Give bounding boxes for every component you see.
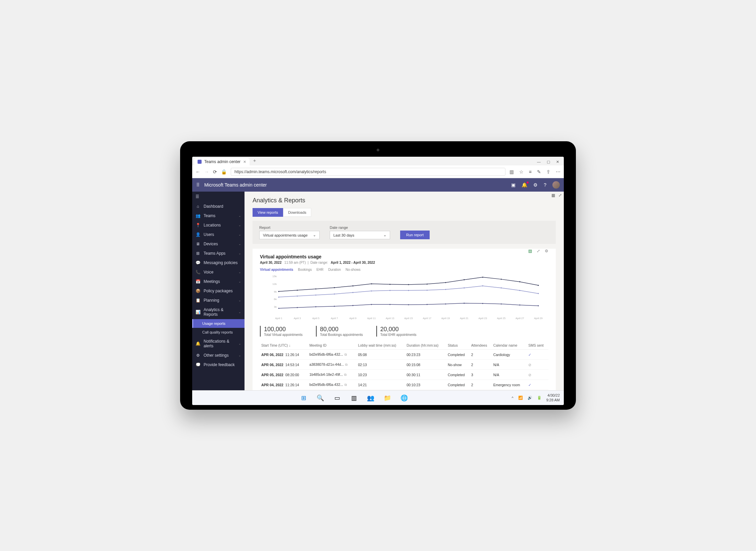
refresh-icon[interactable]: ⟳ — [213, 169, 217, 174]
svg-point-50 — [278, 308, 279, 309]
copy-icon[interactable]: ⧉ — [344, 383, 347, 387]
chart-subnav-item[interactable]: EHR — [316, 268, 323, 271]
window-minimize-icon[interactable]: — — [537, 160, 541, 164]
fullscreen-icon[interactable]: ⤢ — [537, 249, 540, 253]
chevron-down-icon: ⌄ — [383, 233, 386, 237]
sidebar-subitem[interactable]: Call quality reports — [192, 328, 245, 337]
teams-app-icon[interactable]: ▣ — [511, 182, 516, 188]
table-header[interactable]: Calendar name — [492, 341, 527, 350]
view-mode-icon[interactable]: ▦ — [551, 193, 555, 198]
teams-taskbar-icon[interactable]: 👥 — [366, 393, 375, 403]
chart-subnav-item[interactable]: No-shows — [345, 268, 360, 271]
notifications-icon[interactable]: 🔔 — [522, 182, 527, 188]
lock-icon: 🔒 — [221, 169, 227, 174]
search-icon[interactable]: 🔍 — [316, 393, 325, 403]
chart-subnav-item[interactable]: Virtual appointments — [260, 268, 293, 271]
sidebar-toggle-icon[interactable]: ☰ — [192, 192, 245, 202]
share-icon[interactable]: ⇪ — [546, 169, 550, 174]
sidebar-subitem[interactable]: Usage reports — [192, 319, 245, 328]
sidebar-icon: 📦 — [196, 289, 200, 293]
nav-forward-icon[interactable]: → — [204, 169, 209, 174]
user-avatar[interactable] — [552, 181, 560, 189]
url-bar[interactable]: https://admin.teams.microsoft.com/analyt… — [231, 168, 505, 176]
new-tab-button[interactable]: ＋ — [252, 158, 257, 164]
svg-point-47 — [501, 287, 502, 288]
report-select[interactable]: Virtual appointments usage ⌄ — [259, 231, 320, 239]
table-row[interactable]: APR 06, 2022 11:26:14 bd2e95db-6f6a-432.… — [260, 350, 548, 360]
sidebar-item[interactable]: 🔔Notifications & alerts⌄ — [192, 337, 245, 351]
copy-icon[interactable]: ⧉ — [344, 353, 347, 356]
range-select[interactable]: Last 30 days ⌄ — [330, 231, 390, 239]
start-button[interactable]: ⊞ — [299, 393, 308, 403]
sidebar-icon: 👥 — [196, 213, 200, 218]
table-row[interactable]: APR 01, 2022 16:26:14 a3838078-d21x-44d.… — [260, 390, 548, 391]
explorer-icon[interactable]: 📁 — [383, 393, 392, 403]
taskbar-clock[interactable]: 4/30/22 9:28 AM — [546, 393, 560, 402]
chevron-down-icon: ⌄ — [238, 242, 241, 246]
table-header[interactable]: SMS sent — [527, 341, 548, 350]
volume-icon[interactable]: 🔊 — [528, 396, 532, 400]
sidebar-item[interactable]: 🖥Devices⌄ — [192, 239, 245, 249]
sidebar-item[interactable]: 👥Teams⌄ — [192, 211, 245, 220]
svg-point-40 — [371, 290, 372, 291]
sidebar-item[interactable]: 📍Locations⌄ — [192, 220, 245, 230]
svg-point-48 — [519, 290, 520, 291]
chart-subnav-item[interactable]: Bookings — [298, 268, 312, 271]
sidebar-item[interactable]: 💬Messaging policies — [192, 258, 245, 267]
svg-text:April 21: April 21 — [460, 317, 468, 320]
nav-back-icon[interactable]: ← — [196, 169, 200, 174]
sidebar-item[interactable]: ⊞Teams Apps⌄ — [192, 249, 245, 258]
settings-icon[interactable]: ⚙ — [533, 182, 538, 188]
window-titlebar: Teams admin center ✕ ＋ — ▢ ✕ — [192, 157, 564, 165]
menu-lines-icon[interactable]: ≡ — [529, 169, 532, 174]
table-row[interactable]: APR 06, 2022 14:53:14 a3838078-d21x-44d.… — [260, 360, 548, 370]
task-view-icon[interactable]: ▭ — [332, 393, 342, 403]
sidebar-item[interactable]: 📦Policy packages — [192, 286, 245, 296]
help-icon[interactable]: ? — [544, 182, 546, 188]
table-row[interactable]: APR 04, 2022 11:26:14 bd2e95db-6f6a-432.… — [260, 380, 548, 390]
table-row[interactable]: APR 05, 2022 08:20:00 1b485cb4-18e2-49f.… — [260, 370, 548, 380]
sidebar-item[interactable]: ⚙Other settings⌄ — [192, 351, 245, 360]
app-launcher-icon[interactable]: ⠿ — [196, 182, 200, 188]
run-report-button[interactable]: Run report — [400, 231, 430, 239]
svg-point-22 — [315, 288, 316, 289]
table-header[interactable]: Duration (hh:mm:ss) — [405, 341, 446, 350]
browser-tab[interactable]: Teams admin center ✕ — [194, 158, 250, 165]
table-header[interactable]: Status — [446, 341, 470, 350]
svg-text:15k: 15k — [272, 275, 277, 278]
table-header[interactable]: Lobby wait time (mm:ss) — [357, 341, 405, 350]
sidebar-item[interactable]: 📅Meetings⌄ — [192, 277, 245, 286]
edge-icon[interactable]: 🌐 — [399, 393, 409, 403]
table-header[interactable]: Start Time (UTC) ↓ — [260, 341, 308, 350]
svg-text:April 13: April 13 — [386, 317, 394, 320]
favorite-icon[interactable]: ☆ — [519, 169, 524, 174]
more-icon[interactable]: ⋯ — [556, 169, 560, 174]
wifi-icon[interactable]: 📶 — [518, 396, 523, 400]
sidebar-item[interactable]: 💭Provide feedback — [192, 360, 245, 369]
sidebar-item[interactable]: ⌂Dashboard — [192, 202, 245, 211]
sidebar-item[interactable]: 📊Analytics & Reports⌄ — [192, 305, 245, 319]
export-excel-icon[interactable]: ▤ — [528, 249, 532, 253]
svg-text:9k: 9k — [274, 290, 277, 293]
window-close-icon[interactable]: ✕ — [556, 160, 559, 164]
sidebar-item[interactable]: 📞Voice⌄ — [192, 267, 245, 277]
battery-icon[interactable]: 🔋 — [537, 396, 542, 400]
expand-icon[interactable]: ⤢ — [558, 193, 562, 198]
edit-icon[interactable]: ✎ — [537, 169, 541, 174]
copy-icon[interactable]: ⧉ — [345, 363, 347, 366]
tab-close-icon[interactable]: ✕ — [243, 160, 246, 164]
table-header[interactable]: Attendees — [470, 341, 492, 350]
copy-icon[interactable]: ⧉ — [344, 373, 346, 377]
reader-icon[interactable]: ▥ — [509, 169, 514, 174]
tray-chevron-icon[interactable]: ^ — [511, 396, 513, 400]
report-settings-icon[interactable]: ⚙ — [545, 249, 548, 253]
table-header[interactable]: Meeting ID — [308, 341, 357, 350]
window-maximize-icon[interactable]: ▢ — [547, 160, 550, 164]
widgets-icon[interactable]: ▥ — [349, 393, 359, 403]
sidebar-item[interactable]: 👤Users⌄ — [192, 230, 245, 239]
svg-point-41 — [389, 290, 390, 291]
chart-subnav-item[interactable]: Duration — [328, 268, 341, 271]
sidebar-item[interactable]: 📋Planning⌄ — [192, 296, 245, 305]
page-tab[interactable]: Downloads — [283, 208, 311, 217]
page-tab[interactable]: View reports — [253, 208, 283, 217]
